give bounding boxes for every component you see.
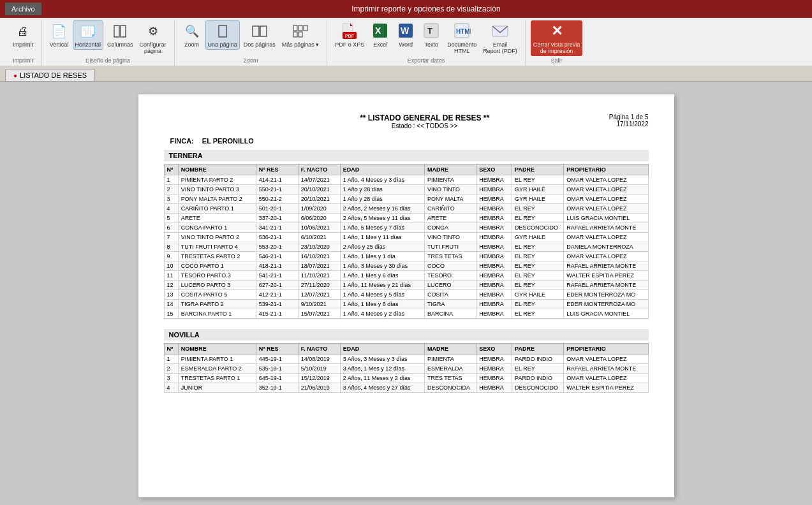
svg-text:T: T (427, 26, 432, 36)
finca-label: FINCA: (170, 137, 194, 145)
toolbar-group-zoom: 🔍 Zoom Una página Dos páginas (175, 20, 328, 66)
horizontal-button[interactable]: 📄 Horizontal (73, 20, 104, 50)
table-row: 9TRESTETAS PARTO 2546-21-116/10/20211 Añ… (164, 252, 648, 261)
tab-listado-reses[interactable]: ● LISTADO DE RESES (5, 69, 95, 81)
group-label-zoom: Zoom (180, 56, 322, 66)
word-icon: W (397, 22, 415, 40)
novilla-table: Nº NOMBRE Nº RES F. NACTO EDAD MADRE SEX… (164, 343, 649, 393)
vertical-button[interactable]: 📄 Vertical (47, 20, 71, 50)
table-row: 14TIGRA PARTO 2539-21-19/10/20211 Año, 1… (164, 300, 648, 309)
zoom-button[interactable]: 🔍 Zoom (180, 20, 204, 50)
table-row: 8TUTI FRUTI PARTO 4553-20-123/10/20202 A… (164, 242, 648, 252)
pdf-icon: PDF (341, 22, 358, 40)
col-fnacto: F. NACTO (298, 165, 340, 175)
table-row: 4CARIÑITO PARTO 1501-20-11/09/20202 Años… (164, 204, 648, 214)
svg-rect-5 (293, 26, 297, 31)
col-nres: Nº RES (256, 165, 298, 175)
svg-text:HTML: HTML (456, 28, 471, 35)
una-pagina-icon (214, 22, 232, 40)
table-row: 2ESMERALDA PARTO 2535-19-15/10/20193 Año… (164, 364, 648, 374)
menu-archivo[interactable]: Archivo (5, 3, 41, 15)
toolbar-group-imprimir: 🖨 Imprimir Imprimir (5, 20, 42, 66)
toolbar: 🖨 Imprimir Imprimir 📄 Vertical 📄 Horizon… (0, 18, 812, 66)
col-sexo2: SEXO (476, 344, 512, 355)
col-num: Nº (164, 165, 178, 175)
tab-icon: ● (13, 72, 17, 79)
svg-rect-6 (299, 26, 302, 31)
group-label-salir: Salir (531, 56, 583, 66)
dos-paginas-icon (251, 22, 269, 40)
cerrar-button[interactable]: ✕ Cerrar vista previa de impresión (531, 20, 583, 56)
tab-bar: ● LISTADO DE RESES (0, 66, 812, 82)
texto-icon: T (422, 22, 440, 40)
vertical-icon: 📄 (50, 22, 68, 40)
col-prop: PROPIETARIO (564, 165, 648, 175)
col-prop2: PROPIETARIO (564, 344, 648, 355)
documento-button[interactable]: HTML Documento HTML (445, 20, 479, 56)
table-row: 6CONGA PARTO 1341-21-110/06/20211 Año, 5… (164, 223, 648, 233)
group-label-imprimir: Imprimir (10, 56, 36, 66)
configurar-button[interactable]: ⚙ Configurar página (137, 20, 169, 56)
table-row: 1PIMIENTA PARTO 2414-21-114/07/20211 Año… (164, 175, 648, 185)
configurar-icon: ⚙ (144, 22, 162, 40)
una-pagina-button[interactable]: Una página (205, 20, 240, 50)
columnas-button[interactable]: Columnas (105, 20, 136, 50)
col-padre2: PADRE (512, 344, 564, 355)
word-button[interactable]: W Word (394, 20, 418, 50)
svg-rect-0 (114, 26, 119, 37)
table-row: 11TESORO PARTO 3541-21-111/10/20211 Año,… (164, 271, 648, 281)
print-icon: 🖨 (14, 22, 32, 40)
excel-button[interactable]: X Excel (368, 20, 392, 50)
col-madre2: MADRE (424, 344, 476, 355)
columnas-icon (111, 22, 129, 40)
table-row: 4JUNIOR352-19-121/06/20193 Años, 4 Meses… (164, 383, 648, 393)
svg-rect-9 (299, 32, 302, 37)
table-row: 13COSITA PARTO 5412-21-112/07/20211 Año,… (164, 290, 648, 300)
report-page-info: Página 1 de 5 17/11/2022 (609, 113, 649, 129)
col-madre: MADRE (424, 165, 476, 175)
dos-paginas-button[interactable]: Dos páginas (241, 20, 278, 50)
zoom-icon: 🔍 (183, 22, 201, 40)
col-fnacto2: F. NACTO (298, 344, 340, 355)
imprimir-button[interactable]: 🖨 Imprimir (10, 20, 36, 50)
table-row: 3TRESTETAS PARTO 1645-19-115/12/20192 Añ… (164, 374, 648, 383)
finca-line: FINCA: EL PERONILLO (164, 137, 649, 145)
svg-rect-2 (219, 26, 226, 37)
email-button[interactable]: Email Report (PDF) (480, 20, 520, 56)
col-edad2: EDAD (340, 344, 424, 355)
svg-text:W: W (401, 26, 410, 36)
table-row: 5ARETE337-20-16/06/20202 Años, 5 Meses y… (164, 214, 648, 223)
email-icon (491, 22, 509, 40)
group-label-exportar: Exportar datos (332, 56, 520, 66)
mas-paginas-button[interactable]: Más páginas ▾ (279, 20, 322, 50)
svg-rect-4 (260, 26, 267, 36)
group-label-diseno: Diseño de página (47, 56, 169, 66)
texto-button[interactable]: T Texto (419, 20, 443, 50)
table-row: 2VINO TINTO PARTO 3550-21-120/10/20211 A… (164, 185, 648, 194)
excel-icon: X (371, 22, 389, 40)
report-title-area: ** LISTADO GENERAL DE RESES ** Estado : … (240, 113, 609, 129)
table-row: 1PIMIENTA PARTO 1445-19-114/08/20193 Año… (164, 355, 648, 364)
report-title: ** LISTADO GENERAL DE RESES ** (240, 113, 609, 122)
svg-rect-7 (304, 26, 307, 31)
svg-text:PDF: PDF (345, 34, 355, 38)
pdf-button[interactable]: PDF PDF o XPS (332, 20, 367, 50)
col-padre: PADRE (512, 165, 564, 175)
close-icon: ✕ (548, 22, 566, 40)
tab-label: LISTADO DE RESES (20, 71, 87, 79)
table-row: 7VINO TINTO PARTO 2536-21-16/10/20211 Añ… (164, 233, 648, 242)
documento-icon: HTML (453, 22, 471, 40)
svg-rect-1 (121, 26, 126, 37)
col-nombre: NOMBRE (178, 165, 256, 175)
main-area: ** LISTADO GENERAL DE RESES ** Estado : … (0, 82, 812, 505)
svg-rect-8 (293, 32, 297, 37)
table-row: 12LUCERO PARTO 3627-20-127/11/20201 Año,… (164, 281, 648, 290)
horizontal-icon: 📄 (79, 22, 97, 40)
ternera-table: Nº NOMBRE Nº RES F. NACTO EDAD MADRE SEX… (164, 164, 649, 319)
toolbar-group-exportar: PDF PDF o XPS X Excel W Word (327, 20, 526, 66)
report-page: ** LISTADO GENERAL DE RESES ** Estado : … (138, 94, 674, 497)
col-edad: EDAD (340, 165, 424, 175)
svg-text:X: X (375, 26, 381, 36)
report-estado: Estado : << TODOS >> (240, 122, 609, 129)
table-row: 15BARCINA PARTO 1415-21-115/07/20211 Año… (164, 309, 648, 319)
